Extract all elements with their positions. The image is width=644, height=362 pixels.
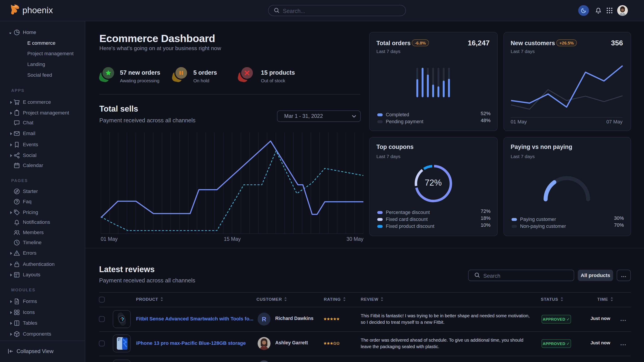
- svg-text:R: R: [262, 316, 266, 323]
